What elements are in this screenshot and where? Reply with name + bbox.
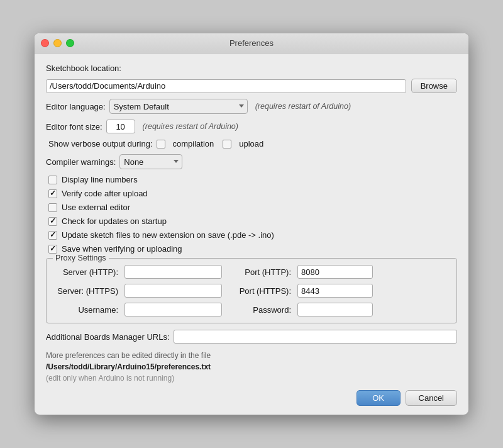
save-verifying-row: Save when verifying or uploading [48, 244, 457, 254]
proxy-legend: Proxy Settings [53, 254, 109, 262]
external-editor-label: Use external editor [62, 203, 130, 212]
editor-font-row: Editor font size: (requires restart of A… [46, 120, 457, 133]
server-http-input[interactable] [124, 265, 222, 279]
sketchbook-row: Sketchbook location: [46, 64, 457, 73]
check-updates-row: Check for updates on startup [48, 216, 457, 226]
minimize-button[interactable] [53, 39, 62, 47]
editor-font-label: Editor font size: [46, 122, 102, 132]
verbose-compilation-label: compilation [173, 139, 214, 148]
preferences-content: Sketchbook location: Browse Editor langu… [35, 53, 468, 415]
username-label: Username: [55, 305, 118, 315]
sketchbook-label: Sketchbook location: [46, 64, 121, 73]
verify-code-label: Verify code after upload [62, 189, 148, 198]
titlebar-buttons [41, 39, 74, 47]
window-title: Preferences [229, 38, 274, 48]
verbose-row: Show verbose output during: compilation … [48, 139, 457, 148]
editor-font-input[interactable] [106, 120, 135, 133]
footer-path: /Users/todd/Library/Arduino15/preference… [46, 362, 211, 371]
external-editor-checkbox[interactable] [48, 203, 57, 212]
server-http-label: Server (HTTP): [55, 267, 118, 277]
footer-line1: More preferences can be edited directly … [46, 351, 211, 360]
button-row: OK Cancel [46, 390, 457, 406]
proxy-group: Proxy Settings Server (HTTP): Port (HTTP… [46, 258, 457, 323]
password-input[interactable] [297, 303, 373, 316]
ok-button[interactable]: OK [357, 390, 401, 406]
compiler-warnings-label: Compiler warnings: [46, 157, 116, 167]
editor-language-label: Editor language: [46, 102, 106, 111]
port-https-label: Port (HTTPS): [228, 286, 291, 296]
display-line-numbers-label: Display line numbers [62, 175, 138, 184]
port-http-label: Port (HTTP): [228, 267, 291, 277]
verify-code-checkbox[interactable] [48, 189, 57, 198]
additional-boards-row: Additional Boards Manager URLs: [46, 330, 457, 344]
display-line-numbers-row: Display line numbers [48, 175, 457, 184]
save-verifying-label: Save when verifying or uploading [62, 244, 182, 254]
server-https-input[interactable] [124, 284, 222, 298]
verbose-upload-checkbox[interactable] [223, 140, 231, 148]
password-label: Password: [228, 305, 291, 315]
check-updates-checkbox[interactable] [48, 217, 57, 226]
cancel-button[interactable]: Cancel [406, 390, 457, 406]
additional-boards-input[interactable] [174, 330, 457, 344]
font-restart-note: (requires restart of Arduino) [143, 122, 238, 131]
proxy-auth-row: Username: Password: [55, 303, 448, 316]
proxy-https-row: Server: (HTTPS) Port (HTTPS): [55, 284, 448, 298]
proxy-http-row: Server (HTTP): Port (HTTP): [55, 265, 448, 279]
save-verifying-checkbox[interactable] [48, 245, 57, 254]
update-sketch-checkbox[interactable] [48, 231, 57, 240]
verbose-upload-label: upload [239, 139, 263, 148]
titlebar: Preferences [35, 33, 468, 53]
maximize-button[interactable] [66, 39, 74, 47]
check-updates-label: Check for updates on startup [62, 216, 167, 226]
footer-line3: (edit only when Arduino is not running) [46, 374, 174, 383]
close-button[interactable] [41, 39, 49, 47]
editor-language-select[interactable]: System Default English Spanish French Ge… [109, 99, 248, 114]
browse-button[interactable]: Browse [411, 79, 457, 93]
sketchbook-input-row: Browse [46, 79, 457, 93]
verify-code-row: Verify code after upload [48, 189, 457, 198]
username-input[interactable] [124, 303, 222, 316]
external-editor-row: Use external editor [48, 203, 457, 212]
verbose-upload-item: upload [223, 139, 263, 148]
compiler-warnings-select[interactable]: None Default More All [119, 154, 182, 169]
update-sketch-label: Update sketch files to new extension on … [62, 230, 274, 240]
verbose-label: Show verbose output during: [48, 139, 153, 148]
display-line-numbers-checkbox[interactable] [48, 176, 57, 184]
verbose-group: compilation upload [157, 139, 264, 148]
port-https-input[interactable] [297, 284, 373, 298]
footer-note: More preferences can be edited directly … [46, 350, 457, 384]
verbose-compilation-checkbox[interactable] [157, 140, 165, 148]
additional-boards-label: Additional Boards Manager URLs: [46, 332, 170, 342]
server-https-label: Server: (HTTPS) [55, 286, 118, 296]
editor-language-row: Editor language: System Default English … [46, 99, 457, 114]
sketchbook-input[interactable] [46, 79, 406, 93]
language-restart-note: (requires restart of Arduino) [255, 102, 351, 111]
preferences-window: Preferences Sketchbook location: Browse … [35, 33, 468, 415]
port-http-input[interactable] [297, 265, 373, 279]
update-sketch-row: Update sketch files to new extension on … [48, 230, 457, 240]
verbose-compilation-item: compilation [157, 139, 214, 148]
compiler-warnings-row: Compiler warnings: None Default More All [46, 154, 457, 169]
